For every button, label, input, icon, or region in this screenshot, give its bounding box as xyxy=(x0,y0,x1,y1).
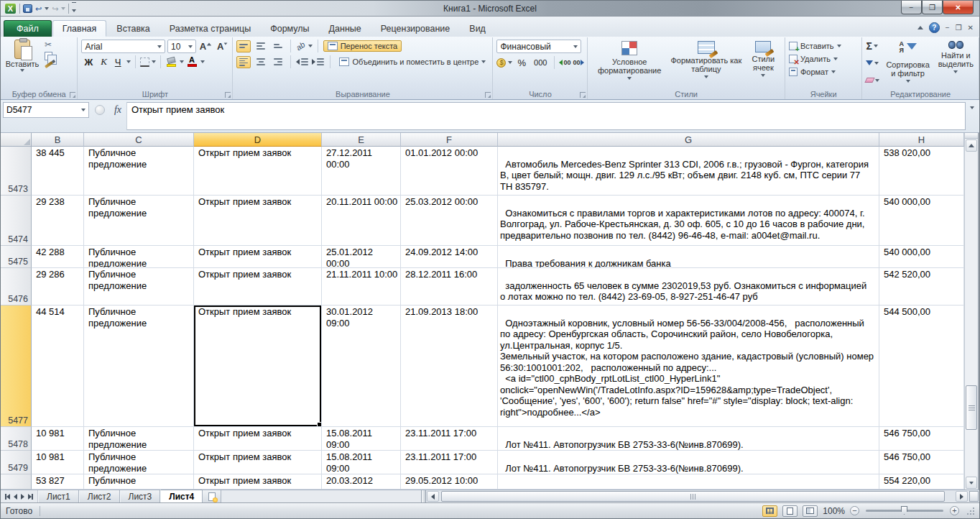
cell[interactable]: 53 827 xyxy=(32,474,84,490)
tab-insert[interactable]: Вставка xyxy=(107,20,159,37)
row-header[interactable]: 5479 xyxy=(1,451,32,474)
align-right-button[interactable] xyxy=(271,56,285,68)
cell[interactable]: 15.08.2011 09:00 xyxy=(322,427,401,451)
cell[interactable]: 42 288 xyxy=(32,246,84,268)
borders-dropdown-icon[interactable] xyxy=(152,60,156,63)
sheet-tab-2[interactable]: Лист2 xyxy=(79,490,120,502)
accounting-format-icon[interactable]: $ xyxy=(496,58,506,68)
expand-formula-bar-icon[interactable] xyxy=(966,102,978,130)
fill-color-dropdown-icon[interactable] xyxy=(180,60,184,63)
percent-style-button[interactable]: % xyxy=(514,58,529,68)
font-dialog-launcher-icon[interactable] xyxy=(225,92,231,98)
column-header-e[interactable]: E xyxy=(322,133,401,147)
copy-icon[interactable] xyxy=(45,52,52,60)
vertical-scroll-thumb[interactable] xyxy=(966,385,977,430)
cell[interactable]: Публичное предложение xyxy=(84,268,194,306)
font-size-combo[interactable]: 10 xyxy=(167,40,196,53)
cell[interactable]: Открыт прием заявок xyxy=(194,196,322,246)
tab-data[interactable]: Данные xyxy=(320,20,371,37)
cell[interactable]: 546 750,00 xyxy=(879,427,964,451)
align-bottom-button[interactable] xyxy=(271,40,285,52)
cell[interactable]: Публичное предложение xyxy=(84,196,194,246)
font-color-dropdown-icon[interactable] xyxy=(200,60,205,63)
scroll-down-icon[interactable] xyxy=(966,477,977,489)
paste-button[interactable]: Вставить xyxy=(4,40,40,88)
first-sheet-icon[interactable] xyxy=(5,494,10,500)
zoom-out-button[interactable]: − xyxy=(850,506,859,515)
cell[interactable]: 554 220,00 xyxy=(879,474,964,490)
row-header[interactable]: 5473 xyxy=(1,147,32,196)
resize-grip[interactable] xyxy=(967,507,974,515)
comma-style-button[interactable]: 000 xyxy=(531,58,550,67)
cell[interactable]: 23.11.2011 17:00 xyxy=(401,427,498,451)
column-header-c[interactable]: C xyxy=(84,133,194,147)
cell[interactable]: 20.11.2011 00:00 xyxy=(322,196,401,246)
decrease-indent-button[interactable] xyxy=(296,56,309,68)
cell[interactable]: задолженность 65 человек в сумме 2302019… xyxy=(498,268,879,306)
cell[interactable]: 542 520,00 xyxy=(879,268,964,306)
cell[interactable]: Публичное предложение xyxy=(84,246,194,268)
horizontal-scrollbar[interactable] xyxy=(426,490,979,502)
customize-qat-icon[interactable] xyxy=(72,2,76,14)
cell[interactable]: Публичное предложение xyxy=(84,451,194,474)
undo-icon[interactable]: ↩ xyxy=(35,4,42,13)
page-layout-view-button[interactable] xyxy=(782,505,798,517)
cell[interactable]: 24.09.2012 14:00 xyxy=(401,246,498,268)
insert-worksheet-button[interactable] xyxy=(203,490,221,502)
align-middle-button[interactable] xyxy=(254,40,268,52)
tab-formulas[interactable]: Формулы xyxy=(261,20,318,37)
align-center-button[interactable] xyxy=(254,56,268,68)
scroll-up-icon[interactable] xyxy=(966,139,977,152)
column-header-b[interactable]: B xyxy=(32,133,84,147)
cell[interactable]: 15.08.2011 09:00 xyxy=(322,451,401,474)
cell[interactable]: 28.12.2011 16:00 xyxy=(401,268,498,306)
column-header-h[interactable]: H xyxy=(879,133,964,147)
column-header-f[interactable]: F xyxy=(401,133,498,147)
minimize-button[interactable]: − xyxy=(901,1,922,14)
alignment-dialog-launcher-icon[interactable] xyxy=(485,92,491,98)
cell[interactable]: Публичное предложение xyxy=(84,147,194,196)
cell[interactable]: 25.01.2012 00:00 xyxy=(322,246,401,268)
formula-input[interactable]: Открыт прием заявок xyxy=(126,102,966,130)
sheet-tab-1[interactable]: Лист1 xyxy=(38,490,79,502)
doc-close-icon[interactable]: ✕ xyxy=(968,24,974,32)
clipboard-dialog-launcher-icon[interactable] xyxy=(70,92,75,98)
undo-dropdown-icon[interactable] xyxy=(45,7,49,10)
underline-button[interactable]: Ч xyxy=(112,57,124,68)
cell[interactable]: 29 238 xyxy=(32,196,84,246)
cell[interactable]: 540 000,00 xyxy=(879,196,964,246)
column-header-g[interactable]: G xyxy=(498,133,879,147)
sheet-tab-4-active[interactable]: Лист4 xyxy=(160,490,203,502)
cell[interactable]: 21.09.2013 18:00 xyxy=(401,306,498,427)
horizontal-split-handle[interactable] xyxy=(969,491,979,502)
cell[interactable]: 21.11.2011 10:00 xyxy=(322,268,401,306)
name-box[interactable]: D5477 xyxy=(3,102,89,118)
cell[interactable]: Ознакомиться с правилами торгов и характ… xyxy=(498,196,879,246)
horizontal-scroll-thumb[interactable] xyxy=(441,491,945,502)
tab-page-layout[interactable]: Разметка страницы xyxy=(160,20,260,37)
row-header[interactable]: 5478 xyxy=(1,427,32,451)
cell[interactable]: Лот №411. Автопогрузчик БВ 2753-33-6(№ин… xyxy=(498,451,879,474)
cell[interactable]: 23.11.2011 17:00 xyxy=(401,451,498,474)
insert-function-icon[interactable]: fx xyxy=(109,102,126,118)
collapse-ribbon-icon[interactable] xyxy=(917,26,923,29)
zoom-slider[interactable] xyxy=(866,510,943,512)
row-header[interactable]: 5474 xyxy=(1,196,32,246)
conditional-formatting-button[interactable]: Условное форматирование xyxy=(591,40,667,88)
decrease-decimal-button[interactable]: 00 xyxy=(573,59,584,66)
find-select-button[interactable]: Найти и выделить xyxy=(936,40,976,88)
doc-minimize-icon[interactable]: − xyxy=(946,24,950,32)
cell[interactable]: 10 981 xyxy=(32,451,84,474)
close-button[interactable]: ✕ xyxy=(943,1,974,14)
tab-file[interactable]: Файл xyxy=(4,20,52,37)
delete-cells-button[interactable]: ✕ Удалить xyxy=(789,52,859,65)
grow-font-button[interactable]: A xyxy=(198,41,213,52)
cell[interactable]: Публичное предложение xyxy=(84,306,194,427)
vertical-scrollbar[interactable] xyxy=(964,133,978,490)
cell[interactable]: Одноэтажный коровник, условный номер 56-… xyxy=(498,306,879,427)
paste-dropdown-icon[interactable] xyxy=(20,69,24,72)
cell[interactable]: Открыт прием заявок xyxy=(194,451,322,474)
cell[interactable]: Открыт прием заявок xyxy=(194,147,322,196)
cell[interactable]: Открыт прием заявок xyxy=(194,474,322,490)
number-format-combo[interactable]: Финансовый xyxy=(496,40,581,53)
